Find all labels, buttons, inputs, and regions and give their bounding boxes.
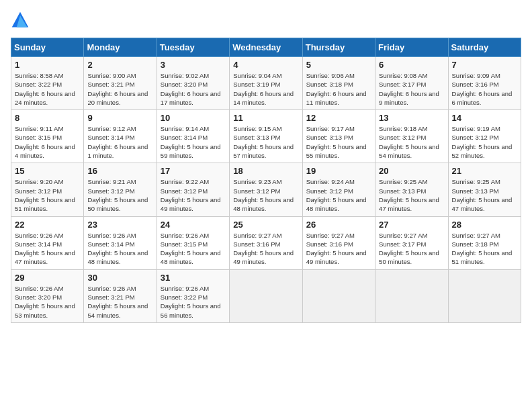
day-number: 13: [379, 113, 444, 123]
day-number: 22: [15, 220, 80, 230]
sunrise-label: Sunrise: 9:26 AM: [15, 232, 63, 239]
daylight-label: Daylight: 5 hours and 50 minutes.: [379, 249, 439, 265]
day-info: Sunrise: 9:27 AM Sunset: 3:16 PM Dayligh…: [233, 231, 298, 267]
sunset-label: Sunset: 3:14 PM: [15, 240, 62, 248]
day-info: Sunrise: 9:20 AM Sunset: 3:12 PM Dayligh…: [15, 177, 80, 213]
daylight-label: Daylight: 6 hours and 11 minutes.: [306, 90, 367, 106]
daylight-label: Daylight: 5 hours and 50 minutes.: [87, 196, 148, 212]
day-info: Sunrise: 9:22 AM Sunset: 3:12 PM Dayligh…: [161, 177, 226, 213]
daylight-label: Daylight: 5 hours and 52 minutes.: [452, 143, 513, 159]
header: [11, 11, 521, 30]
day-number: 10: [161, 113, 226, 123]
daylight-label: Daylight: 5 hours and 48 minutes.: [306, 196, 367, 212]
day-number: 19: [306, 166, 371, 176]
sunrise-label: Sunrise: 9:22 AM: [161, 178, 209, 185]
day-number: 9: [87, 113, 152, 123]
calendar-cell: 26 Sunrise: 9:27 AM Sunset: 3:16 PM Dayl…: [302, 216, 375, 269]
calendar-week-row: 22 Sunrise: 9:26 AM Sunset: 3:14 PM Dayl…: [11, 216, 521, 269]
day-number: 11: [233, 113, 298, 123]
logo-icon: [11, 11, 30, 30]
calendar-cell: 21 Sunrise: 9:25 AM Sunset: 3:13 PM Dayl…: [448, 163, 521, 216]
sunrise-label: Sunrise: 9:18 AM: [379, 125, 427, 132]
sunrise-label: Sunrise: 9:26 AM: [87, 232, 136, 239]
calendar-cell: 1 Sunrise: 8:58 AM Sunset: 3:22 PM Dayli…: [11, 57, 84, 110]
day-number: 18: [233, 166, 298, 176]
day-info: Sunrise: 9:14 AM Sunset: 3:14 PM Dayligh…: [161, 124, 226, 160]
daylight-label: Daylight: 5 hours and 49 minutes.: [161, 196, 221, 212]
daylight-label: Daylight: 5 hours and 59 minutes.: [161, 143, 221, 159]
day-number: 1: [15, 60, 80, 70]
sunset-label: Sunset: 3:12 PM: [87, 187, 134, 195]
header-friday: Friday: [375, 38, 448, 57]
sunrise-label: Sunrise: 9:25 AM: [452, 178, 500, 185]
daylight-label: Daylight: 6 hours and 24 minutes.: [15, 90, 75, 106]
sunset-label: Sunset: 3:16 PM: [233, 240, 280, 248]
calendar-cell: 30 Sunrise: 9:26 AM Sunset: 3:21 PM Dayl…: [84, 269, 157, 322]
calendar-cell: 9 Sunrise: 9:12 AM Sunset: 3:14 PM Dayli…: [84, 110, 157, 163]
daylight-label: Daylight: 5 hours and 49 minutes.: [306, 249, 367, 265]
sunset-label: Sunset: 3:12 PM: [161, 187, 208, 195]
calendar-cell: 17 Sunrise: 9:22 AM Sunset: 3:12 PM Dayl…: [157, 163, 229, 216]
day-info: Sunrise: 9:25 AM Sunset: 3:13 PM Dayligh…: [452, 177, 517, 213]
calendar-cell: 14 Sunrise: 9:19 AM Sunset: 3:12 PM Dayl…: [448, 110, 521, 163]
daylight-label: Daylight: 5 hours and 57 minutes.: [233, 143, 294, 159]
calendar-cell: 4 Sunrise: 9:04 AM Sunset: 3:19 PM Dayli…: [230, 57, 302, 110]
day-info: Sunrise: 9:26 AM Sunset: 3:22 PM Dayligh…: [161, 284, 226, 320]
sunrise-label: Sunrise: 9:08 AM: [379, 72, 427, 79]
day-info: Sunrise: 9:26 AM Sunset: 3:14 PM Dayligh…: [15, 231, 80, 267]
day-info: Sunrise: 9:04 AM Sunset: 3:19 PM Dayligh…: [233, 71, 298, 107]
day-number: 12: [306, 113, 371, 123]
sunrise-label: Sunrise: 9:00 AM: [87, 72, 136, 79]
calendar-cell: 29 Sunrise: 9:26 AM Sunset: 3:20 PM Dayl…: [11, 269, 84, 322]
day-info: Sunrise: 9:09 AM Sunset: 3:16 PM Dayligh…: [452, 71, 517, 107]
day-number: 21: [452, 166, 517, 176]
calendar-cell: 28 Sunrise: 9:27 AM Sunset: 3:18 PM Dayl…: [448, 216, 521, 269]
day-number: 2: [87, 60, 152, 70]
header-monday: Monday: [84, 38, 157, 57]
calendar-table: SundayMondayTuesdayWednesdayThursdayFrid…: [11, 38, 521, 323]
sunrise-label: Sunrise: 9:19 AM: [452, 125, 500, 132]
sunrise-label: Sunrise: 9:26 AM: [15, 285, 63, 292]
sunrise-label: Sunrise: 9:14 AM: [161, 125, 209, 132]
day-number: 7: [452, 60, 517, 70]
calendar-cell: 8 Sunrise: 9:11 AM Sunset: 3:15 PM Dayli…: [11, 110, 84, 163]
day-number: 3: [161, 60, 226, 70]
day-info: Sunrise: 8:58 AM Sunset: 3:22 PM Dayligh…: [15, 71, 80, 107]
daylight-label: Daylight: 6 hours and 9 minutes.: [379, 90, 439, 106]
sunrise-label: Sunrise: 9:06 AM: [306, 72, 355, 79]
sunrise-label: Sunrise: 9:04 AM: [233, 72, 281, 79]
sunset-label: Sunset: 3:21 PM: [87, 81, 134, 88]
daylight-label: Daylight: 5 hours and 51 minutes.: [15, 196, 75, 212]
sunset-label: Sunset: 3:13 PM: [452, 187, 499, 195]
sunrise-label: Sunrise: 9:15 AM: [233, 125, 281, 132]
daylight-label: Daylight: 6 hours and 20 minutes.: [87, 90, 148, 106]
sunset-label: Sunset: 3:18 PM: [452, 240, 499, 248]
daylight-label: Daylight: 5 hours and 54 minutes.: [379, 143, 439, 159]
daylight-label: Daylight: 6 hours and 14 minutes.: [233, 90, 294, 106]
day-number: 17: [161, 166, 226, 176]
day-number: 16: [87, 166, 152, 176]
sunset-label: Sunset: 3:22 PM: [15, 81, 62, 88]
sunrise-label: Sunrise: 9:27 AM: [452, 232, 500, 239]
sunrise-label: Sunrise: 9:24 AM: [306, 178, 355, 185]
header-thursday: Thursday: [302, 38, 375, 57]
day-number: 29: [15, 273, 80, 283]
calendar-cell: 15 Sunrise: 9:20 AM Sunset: 3:12 PM Dayl…: [11, 163, 84, 216]
sunset-label: Sunset: 3:17 PM: [379, 240, 426, 248]
calendar-cell: 13 Sunrise: 9:18 AM Sunset: 3:12 PM Dayl…: [375, 110, 448, 163]
daylight-label: Daylight: 5 hours and 56 minutes.: [161, 302, 221, 318]
day-info: Sunrise: 9:08 AM Sunset: 3:17 PM Dayligh…: [379, 71, 444, 107]
day-info: Sunrise: 9:18 AM Sunset: 3:12 PM Dayligh…: [379, 124, 444, 160]
sunrise-label: Sunrise: 9:12 AM: [87, 125, 136, 132]
header-tuesday: Tuesday: [157, 38, 229, 57]
day-number: 30: [87, 273, 152, 283]
sunset-label: Sunset: 3:12 PM: [15, 187, 62, 195]
calendar-cell: 7 Sunrise: 9:09 AM Sunset: 3:16 PM Dayli…: [448, 57, 521, 110]
day-number: 24: [161, 220, 226, 230]
calendar-cell: 24 Sunrise: 9:26 AM Sunset: 3:15 PM Dayl…: [157, 216, 229, 269]
day-info: Sunrise: 9:17 AM Sunset: 3:13 PM Dayligh…: [306, 124, 371, 160]
day-info: Sunrise: 9:27 AM Sunset: 3:16 PM Dayligh…: [306, 231, 371, 267]
day-number: 8: [15, 113, 80, 123]
daylight-label: Daylight: 5 hours and 48 minutes.: [233, 196, 294, 212]
day-number: 5: [306, 60, 371, 70]
